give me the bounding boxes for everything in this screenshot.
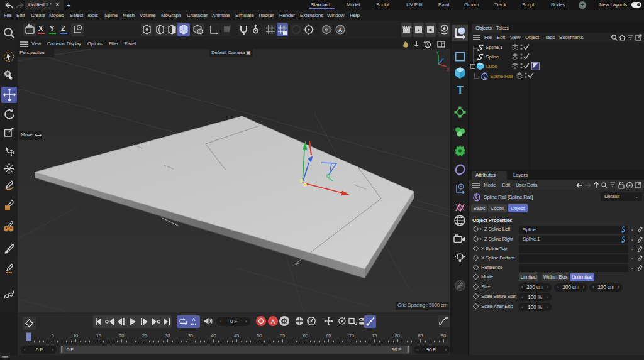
svg-text:T: T xyxy=(457,84,464,95)
svg-text:A: A xyxy=(271,319,275,325)
svg-text:A: A xyxy=(192,317,196,322)
svg-text:A: A xyxy=(338,27,343,33)
svg-text:Y: Y xyxy=(436,50,439,55)
svg-text:X: X xyxy=(447,67,450,72)
